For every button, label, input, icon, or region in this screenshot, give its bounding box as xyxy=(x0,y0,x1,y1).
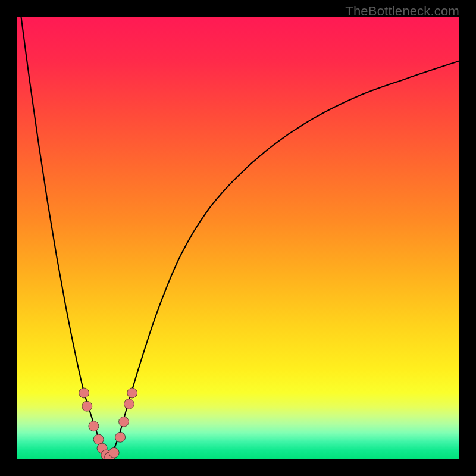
curve-marker xyxy=(127,388,137,398)
plot-area xyxy=(17,17,459,459)
bottleneck-curve xyxy=(17,17,459,459)
curve-marker xyxy=(115,432,126,442)
curve-marker xyxy=(119,416,129,427)
curve-marker xyxy=(79,388,89,398)
curve-left-branch xyxy=(21,17,109,459)
curve-right-branch xyxy=(109,61,459,459)
curve-markers xyxy=(79,388,137,459)
curve-marker xyxy=(124,399,134,409)
watermark-text: TheBottleneck.com xyxy=(345,4,459,19)
curve-marker xyxy=(109,447,119,458)
curve-marker xyxy=(89,421,99,431)
outer-frame: TheBottleneck.com xyxy=(0,0,476,476)
curve-marker xyxy=(82,401,92,411)
